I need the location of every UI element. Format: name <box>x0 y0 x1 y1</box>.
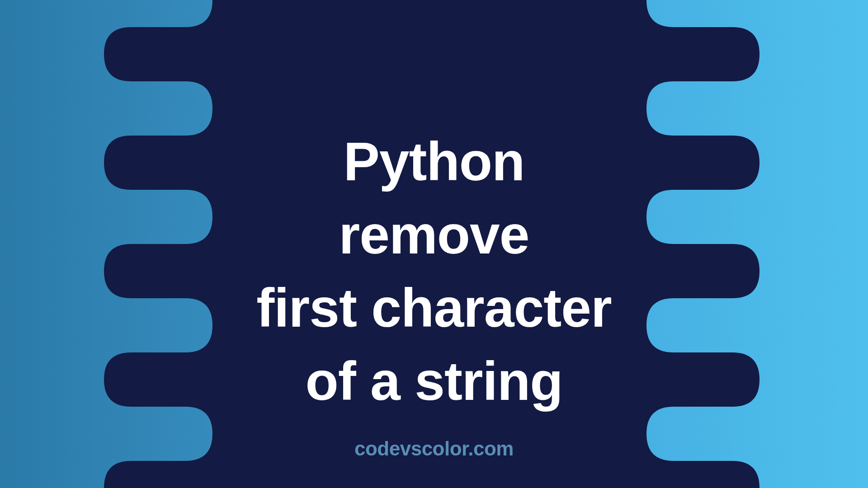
title-line-3: first character <box>256 271 611 344</box>
main-title: Python remove first character of a strin… <box>256 125 611 418</box>
title-line-4: of a string <box>256 344 611 418</box>
title-line-1: Python <box>256 125 611 198</box>
content-area: Python remove first character of a strin… <box>0 0 868 488</box>
site-credit: codevscolor.com <box>0 437 868 460</box>
title-line-2: remove <box>256 198 611 271</box>
